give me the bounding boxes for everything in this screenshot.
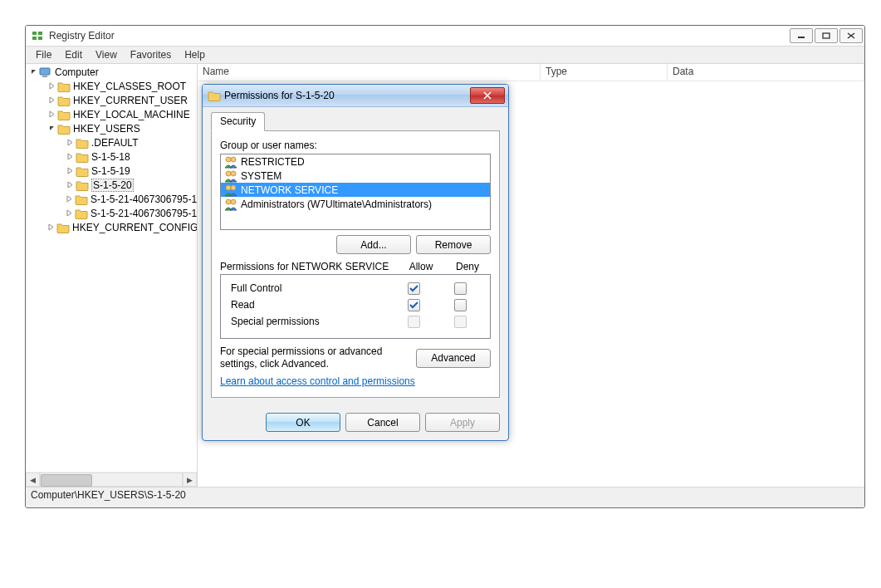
svg-point-15 <box>231 199 236 204</box>
maximize-button[interactable] <box>815 28 838 43</box>
group-item[interactable]: NETWORK SERVICE <box>221 183 490 197</box>
allow-header: Allow <box>398 261 444 272</box>
tree-item[interactable]: S-1-5-18 <box>26 149 197 164</box>
permission-name: Full Control <box>228 282 390 294</box>
tree-pane: ComputerHKEY_CLASSES_ROOTHKEY_CURRENT_US… <box>26 64 198 487</box>
expand-icon[interactable] <box>47 82 56 91</box>
learn-link[interactable]: Learn about access control and permissio… <box>220 375 415 387</box>
permissions-table: Full ControlReadSpecial permissions <box>220 274 491 339</box>
col-type[interactable]: Type <box>541 64 668 81</box>
tree-root[interactable]: Computer <box>26 65 197 79</box>
minimize-button[interactable] <box>790 28 813 43</box>
svg-point-14 <box>226 199 231 204</box>
allow-checkbox[interactable] <box>408 282 420 295</box>
tree-label: HKEY_LOCAL_MACHINE <box>73 109 190 120</box>
deny-checkbox[interactable] <box>454 299 467 311</box>
tree-label: .DEFAULT <box>91 137 138 149</box>
tree-label: HKEY_USERS <box>73 123 140 135</box>
computer-icon <box>39 66 52 78</box>
tree-item[interactable]: S-1-5-19 <box>26 164 197 178</box>
tree-item[interactable]: S-1-5-21-4067306795-18 <box>26 206 197 220</box>
statusbar: Computer\HKEY_USERS\S-1-5-20 <box>26 487 864 507</box>
menu-favorites[interactable]: Favorites <box>124 47 178 62</box>
tree-item[interactable]: S-1-5-20 <box>26 178 197 192</box>
remove-button[interactable]: Remove <box>416 235 491 254</box>
group-label: Group or user names: <box>220 140 491 151</box>
advanced-button[interactable]: Advanced <box>416 349 491 368</box>
tree-scrollbar[interactable]: ◀ ▶ <box>26 472 197 487</box>
scroll-right-arrow-icon[interactable]: ▶ <box>183 473 197 487</box>
svg-point-12 <box>226 185 231 190</box>
cancel-button[interactable]: Cancel <box>345 413 420 432</box>
group-listbox[interactable]: RESTRICTEDSYSTEMNETWORK SERVICEAdministr… <box>220 154 491 230</box>
permission-row: Full Control <box>228 280 483 296</box>
tree-item[interactable]: HKEY_CLASSES_ROOT <box>26 79 197 93</box>
close-button[interactable] <box>839 28 863 43</box>
tree-item[interactable]: S-1-5-21-4067306795-18 <box>26 192 197 206</box>
menu-edit[interactable]: Edit <box>58 47 89 62</box>
permission-row: Read <box>228 296 483 313</box>
svg-point-11 <box>231 171 236 176</box>
permission-name: Read <box>228 299 390 311</box>
folder-icon <box>57 109 71 120</box>
titlebar[interactable]: Registry Editor <box>26 26 864 47</box>
add-button[interactable]: Add... <box>336 235 411 254</box>
col-data[interactable]: Data <box>668 64 864 81</box>
deny-checkbox[interactable] <box>454 282 467 295</box>
apply-button[interactable]: Apply <box>425 413 500 432</box>
expand-icon[interactable] <box>66 167 74 175</box>
svg-rect-5 <box>823 33 830 38</box>
scroll-left-arrow-icon[interactable]: ◀ <box>26 473 40 487</box>
group-label: RESTRICTED <box>241 156 305 168</box>
group-item[interactable]: SYSTEM <box>221 169 490 183</box>
tree-item[interactable]: HKEY_CURRENT_USER <box>26 93 197 107</box>
group-label: SYSTEM <box>241 170 281 182</box>
ok-button[interactable]: OK <box>266 413 340 432</box>
tree-item[interactable]: HKEY_USERS <box>26 121 197 135</box>
app-icon <box>31 29 44 42</box>
folder-icon <box>75 194 88 205</box>
users-icon <box>224 155 237 169</box>
dialog-close-button[interactable] <box>470 87 505 104</box>
dialog-titlebar[interactable]: Permissions for S-1-5-20 <box>203 85 508 107</box>
expand-icon[interactable] <box>66 209 73 218</box>
tree-label: S-1-5-20 <box>91 179 134 192</box>
tree-item[interactable]: HKEY_LOCAL_MACHINE <box>26 107 197 121</box>
expand-icon[interactable] <box>66 139 74 147</box>
users-icon <box>224 184 237 197</box>
status-path: Computer\HKEY_USERS\S-1-5-20 <box>31 489 186 501</box>
folder-icon <box>76 165 89 177</box>
menu-view[interactable]: View <box>89 47 124 62</box>
svg-point-8 <box>226 157 231 162</box>
expand-icon[interactable] <box>47 110 56 119</box>
folder-icon <box>57 123 71 135</box>
tree-item[interactable]: HKEY_CURRENT_CONFIG <box>26 220 197 234</box>
svg-rect-1 <box>38 32 42 35</box>
group-item[interactable]: RESTRICTED <box>221 154 490 169</box>
list-header: Name Type Data <box>198 64 864 81</box>
svg-rect-3 <box>38 37 42 40</box>
col-name[interactable]: Name <box>198 64 541 81</box>
tree-label: Computer <box>55 66 99 78</box>
group-item[interactable]: Administrators (W7Ultimate\Administrator… <box>221 197 490 211</box>
expand-icon[interactable] <box>47 223 55 232</box>
expand-icon[interactable] <box>66 153 74 161</box>
deny-header: Deny <box>444 261 491 272</box>
tree-item[interactable]: .DEFAULT <box>26 135 197 149</box>
expand-icon[interactable] <box>66 195 73 203</box>
group-label: NETWORK SERVICE <box>241 184 338 196</box>
menu-help[interactable]: Help <box>178 47 212 62</box>
allow-checkbox <box>408 316 420 328</box>
tab-security[interactable]: Security <box>211 112 265 131</box>
menu-file[interactable]: File <box>29 47 58 62</box>
collapse-icon[interactable] <box>29 68 37 76</box>
window-title: Registry Editor <box>49 30 790 42</box>
permissions-for-label: Permissions for NETWORK SERVICE <box>220 261 398 272</box>
allow-checkbox[interactable] <box>408 299 420 311</box>
folder-icon <box>75 208 88 219</box>
expand-icon[interactable] <box>66 181 74 189</box>
expand-icon[interactable] <box>47 125 56 133</box>
expand-icon[interactable] <box>47 96 56 105</box>
svg-rect-7 <box>42 76 47 77</box>
svg-point-10 <box>226 171 231 176</box>
